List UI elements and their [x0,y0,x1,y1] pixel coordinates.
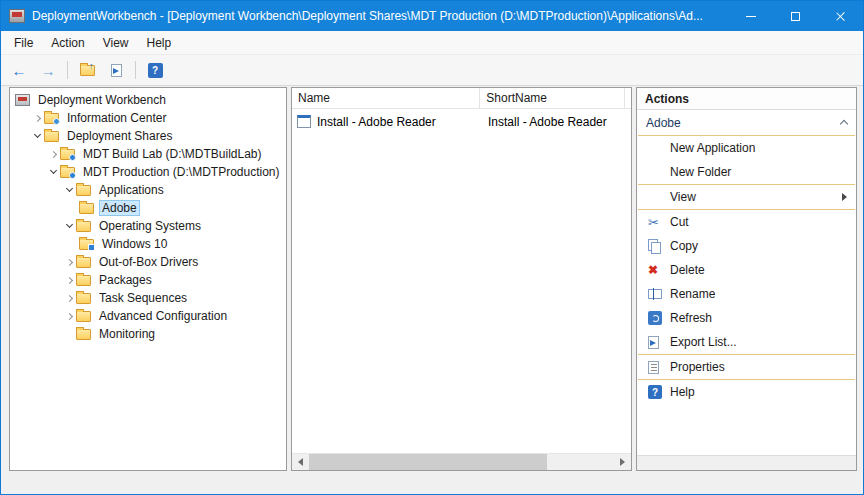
expand-chevron[interactable] [63,189,76,191]
action-label: View [670,190,696,204]
list-header: Name ShortName [292,88,631,109]
horizontal-scrollbar[interactable] [292,453,631,470]
folder-icon [44,113,59,124]
forward-button[interactable]: → [36,58,60,82]
chevron-down-icon [66,221,73,228]
action-item-properties[interactable]: Properties [637,355,856,379]
tree-item-monitoring[interactable]: Monitoring [10,325,286,343]
action-label: Rename [670,287,715,301]
action-item-help[interactable]: ? Help [637,380,856,404]
help-icon: ? [648,385,662,399]
toolbar-separator [67,61,68,79]
expand-chevron[interactable] [47,171,60,173]
tree-item-label: MDT Production (D:\MDTProduction) [80,164,283,180]
tree-item-operating-systems[interactable]: Operating Systems [10,217,286,235]
column-header-blank [625,88,631,108]
expand-chevron[interactable] [31,116,44,121]
action-item-copy[interactable]: Copy [637,234,856,258]
tree-item-label: Task Sequences [96,290,190,306]
console-tree-pane: Deployment Workbench Information Center … [9,87,287,471]
action-item-new-folder[interactable]: New Folder [637,160,856,184]
windows-folder-icon [79,239,94,250]
actions-group-adobe[interactable]: Adobe [637,110,856,135]
action-label: Refresh [670,311,712,325]
refresh-icon [648,311,662,325]
column-header-shortname[interactable]: ShortName [480,88,625,108]
menu-item-view[interactable]: View [94,31,138,54]
action-item-refresh[interactable]: Refresh [637,306,856,330]
menu-item-file[interactable]: File [5,31,42,54]
copy-icon [648,239,661,253]
tree-item-mdt-build-lab[interactable]: MDT Build Lab (D:\MDTBuildLab) [10,145,286,163]
chevron-right-icon [66,276,73,283]
menu-item-help[interactable]: Help [138,31,181,54]
scroll-left-icon [298,458,303,466]
tree-item-mdt-production[interactable]: MDT Production (D:\MDTProduction) [10,163,286,181]
expand-chevron[interactable] [47,152,60,157]
action-label: Delete [670,263,705,277]
chevron-right-icon [66,258,73,265]
action-item-cut[interactable]: ✂ Cut [637,210,856,234]
back-button[interactable]: ← [7,58,31,82]
application-icon [297,115,311,128]
action-item-view[interactable]: View [637,185,856,209]
action-label: Cut [670,215,689,229]
close-icon [835,11,846,22]
maximize-button[interactable] [773,1,818,31]
chevron-right-icon [66,294,73,301]
action-item-delete[interactable]: ✖ Delete [637,258,856,282]
actions-group-title: Adobe [646,116,681,130]
action-label: Properties [670,360,725,374]
tree-item-adobe[interactable]: Adobe [10,199,286,217]
back-icon: ← [12,62,27,79]
export-list-icon [111,64,122,77]
action-label: Help [670,385,695,399]
tree-item-information-center[interactable]: Information Center [10,109,286,127]
action-item-rename[interactable]: Rename [637,282,856,306]
tree-item-windows-10[interactable]: Windows 10 [10,235,286,253]
tree-item-deployment-shares[interactable]: Deployment Shares [10,127,286,145]
expand-chevron[interactable] [31,135,44,137]
tree-item-task-sequences[interactable]: Task Sequences [10,289,286,307]
tree-item-out-of-box-drivers[interactable]: Out-of-Box Drivers [10,253,286,271]
folder-icon [76,329,91,340]
scrollbar-thumb[interactable] [309,454,547,470]
menu-item-action[interactable]: Action [42,31,93,54]
expand-chevron[interactable] [63,225,76,227]
scroll-left-button[interactable] [292,454,309,470]
column-header-name[interactable]: Name [292,88,480,108]
scroll-right-button[interactable] [614,454,631,470]
actions-pane: Actions Adobe New Application New Folder… [636,87,857,471]
expand-chevron[interactable] [63,260,76,265]
expand-chevron[interactable] [63,314,76,319]
close-button[interactable] [818,1,863,31]
collapse-chevron-icon[interactable] [840,120,848,128]
tree-item-deployment-workbench[interactable]: Deployment Workbench [10,91,286,109]
scrollbar-track[interactable] [309,454,614,470]
results-list-pane: Name ShortName Install - Adobe Reader In… [291,87,632,471]
actions-pane-title: Actions [637,88,856,110]
folder-icon [76,257,91,268]
help-button[interactable]: ? [143,58,167,82]
submenu-arrow-icon [842,193,847,201]
expand-chevron[interactable] [63,278,76,283]
tree-item-label: Windows 10 [99,236,170,252]
export-list-button[interactable] [104,58,128,82]
expand-chevron[interactable] [63,296,76,301]
action-item-new-application[interactable]: New Application [637,136,856,160]
tree-item-advanced-configuration[interactable]: Advanced Configuration [10,307,286,325]
properties-icon [648,361,659,374]
up-one-level-button[interactable]: ↑ [75,58,99,82]
help-icon: ? [148,63,163,78]
chevron-right-icon [34,114,41,121]
tree-item-packages[interactable]: Packages [10,271,286,289]
list-item-install-adobe-reader[interactable]: Install - Adobe Reader Install - Adobe R… [292,112,631,131]
tree-item-label: Advanced Configuration [96,308,230,324]
tree-item-label: Packages [96,272,155,288]
workbench-icon [15,94,30,106]
tree-item-applications[interactable]: Applications [10,181,286,199]
minimize-button[interactable] [728,1,773,31]
tree-item-label: Operating Systems [96,218,204,234]
action-item-export-list[interactable]: Export List... [637,330,856,354]
action-label: Copy [670,239,698,253]
